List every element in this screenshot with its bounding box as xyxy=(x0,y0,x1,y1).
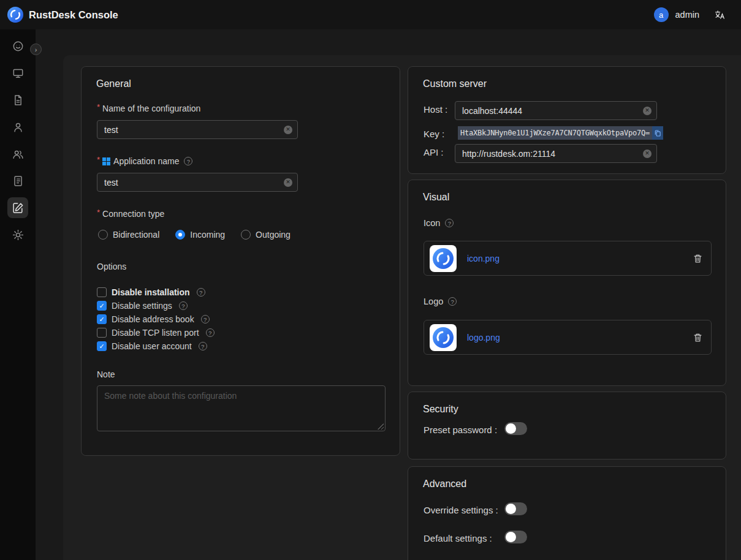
document-icon xyxy=(12,94,24,106)
radio-icon xyxy=(98,230,108,240)
content-panel: General * Name of the configuration ✕ * … xyxy=(63,55,741,560)
application-name-label: * Application name ? xyxy=(97,155,192,167)
radio-bidirectional[interactable]: Bidirectional xyxy=(98,230,159,240)
logo-preview xyxy=(430,324,457,351)
general-card-title: General xyxy=(96,78,131,89)
users-icon xyxy=(12,148,24,160)
translate-icon[interactable] xyxy=(715,10,725,20)
checkbox-disable-tcp-listen-port[interactable]: Disable TCP listen port ? xyxy=(97,326,215,339)
radio-incoming[interactable]: Incoming xyxy=(175,230,225,240)
clear-icon[interactable]: ✕ xyxy=(643,149,652,158)
top-bar: RustDesk Console a admin xyxy=(0,0,741,29)
logo-label: Logo ? xyxy=(424,295,457,308)
logo-upload-box: logo.png xyxy=(424,320,712,355)
custom-server-card-title: Custom server xyxy=(423,78,487,89)
radio-icon xyxy=(241,230,251,240)
clear-icon[interactable]: ✕ xyxy=(284,126,292,134)
api-label: API : xyxy=(424,147,444,157)
icon-upload-box: icon.png xyxy=(424,241,712,276)
help-icon[interactable]: ? xyxy=(201,315,210,324)
trash-icon[interactable] xyxy=(693,254,702,263)
api-input[interactable] xyxy=(455,144,657,163)
app-logo-icon xyxy=(7,7,23,23)
required-asterisk: * xyxy=(97,102,100,112)
required-asterisk: * xyxy=(97,155,100,164)
logo-file-link[interactable]: logo.png xyxy=(467,333,500,342)
sidebar-expand-button[interactable]: › xyxy=(30,44,42,55)
checkbox-disable-user-account[interactable]: Disable user account ? xyxy=(97,339,215,353)
host-field: ✕ xyxy=(455,101,657,120)
icon-file-link[interactable]: icon.png xyxy=(467,254,500,263)
connection-type-radio-group: Bidirectional Incoming Outgoing xyxy=(98,229,291,241)
application-name-field: ✕ xyxy=(97,173,298,192)
user-name[interactable]: admin xyxy=(675,10,700,20)
checkbox-icon xyxy=(97,328,107,338)
application-name-input[interactable] xyxy=(97,173,298,192)
sidebar-item-settings[interactable] xyxy=(7,224,28,245)
general-card: General * Name of the configuration ✕ * … xyxy=(81,66,400,456)
help-icon[interactable]: ? xyxy=(199,342,207,350)
config-name-field: ✕ xyxy=(97,120,298,139)
sidebar-item-groups[interactable] xyxy=(7,143,28,164)
main-area: General * Name of the configuration ✕ * … xyxy=(36,29,741,560)
preset-password-label: Preset password : xyxy=(424,425,497,435)
sidebar xyxy=(0,29,36,560)
checkbox-icon xyxy=(97,341,107,351)
sidebar-item-custom-clients[interactable] xyxy=(7,197,28,218)
key-value[interactable]: HtaXBkJNHyn0e1U1jWXze7A7CN7QTGWqxkOtpaVp… xyxy=(458,126,652,140)
visual-card: Visual Icon ? icon.png Logo ? xyxy=(408,180,726,386)
copy-icon[interactable] xyxy=(652,126,663,140)
default-settings-label: Default settings : xyxy=(424,533,492,543)
gear-icon xyxy=(12,229,24,241)
override-settings-label: Override settings : xyxy=(424,505,498,515)
help-icon[interactable]: ? xyxy=(206,328,215,337)
sidebar-item-users[interactable] xyxy=(7,116,28,137)
radio-icon xyxy=(175,230,185,240)
clear-icon[interactable]: ✕ xyxy=(643,107,652,115)
sidebar-item-audit[interactable] xyxy=(7,89,28,110)
visual-card-title: Visual xyxy=(423,192,449,203)
custom-server-card: Custom server Host : ✕ Key : HtaXBkJNHyn… xyxy=(408,66,726,174)
chevron-right-icon: › xyxy=(35,46,37,53)
host-input[interactable] xyxy=(455,101,657,120)
windows-logo-icon xyxy=(102,157,110,165)
connection-type-label: * Connection type xyxy=(97,208,164,220)
radio-outgoing[interactable]: Outgoing xyxy=(241,230,291,240)
icon-label: Icon ? xyxy=(424,217,454,229)
checkbox-icon xyxy=(97,301,107,311)
icon-preview xyxy=(430,245,457,272)
checkbox-disable-address-book[interactable]: Disable address book ? xyxy=(97,312,215,326)
sidebar-item-devices[interactable] xyxy=(7,62,28,83)
required-asterisk: * xyxy=(97,208,100,217)
edit-square-icon xyxy=(12,202,24,214)
key-label: Key : xyxy=(424,129,444,139)
advanced-card-title: Advanced xyxy=(423,479,466,490)
key-field: HtaXBkJNHyn0e1U1jWXze7A7CN7QTGWqxkOtpaVp… xyxy=(458,126,663,140)
preset-password-toggle[interactable] xyxy=(504,422,527,435)
override-settings-toggle[interactable] xyxy=(504,502,527,515)
smile-icon xyxy=(12,40,24,52)
default-settings-toggle[interactable] xyxy=(504,531,527,543)
topbar-right: a admin xyxy=(654,7,726,22)
config-name-input[interactable] xyxy=(97,120,298,139)
help-icon[interactable]: ? xyxy=(445,219,454,227)
app-title: RustDesk Console xyxy=(29,9,118,21)
avatar-letter: a xyxy=(659,10,663,20)
note-field xyxy=(97,385,386,431)
sidebar-item-logs[interactable] xyxy=(7,170,28,191)
help-icon[interactable]: ? xyxy=(197,288,205,297)
checkbox-icon xyxy=(97,314,107,324)
help-icon[interactable]: ? xyxy=(448,297,457,306)
checkbox-disable-settings[interactable]: Disable settings ? xyxy=(97,299,215,312)
sidebar-item-dashboard[interactable] xyxy=(7,36,28,56)
trash-icon[interactable] xyxy=(693,333,702,342)
help-icon[interactable]: ? xyxy=(179,301,188,310)
monitor-icon xyxy=(12,67,24,79)
checkbox-disable-installation[interactable]: Disable installation ? xyxy=(97,286,215,299)
help-icon[interactable]: ? xyxy=(184,157,192,165)
api-field: ✕ xyxy=(455,144,657,163)
user-avatar[interactable]: a xyxy=(654,7,669,22)
clear-icon[interactable]: ✕ xyxy=(284,178,292,187)
config-name-label: * Name of the configuration xyxy=(97,102,200,115)
note-textarea[interactable] xyxy=(97,385,386,431)
